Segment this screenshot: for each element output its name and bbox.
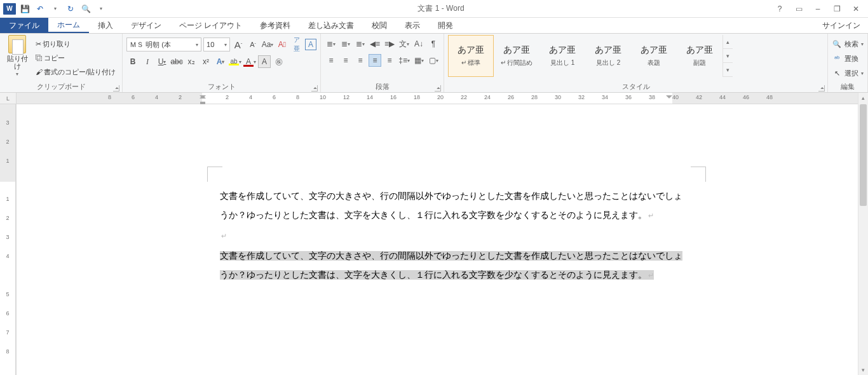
scroll-up-button[interactable]: ▴ <box>858 93 868 103</box>
hruler-tick: 8 <box>296 94 299 100</box>
style-heading1[interactable]: あア亜見出し 1 <box>539 35 585 77</box>
style-no-spacing[interactable]: あア亜↵ 行間詰め <box>494 35 539 77</box>
vertical-scrollbar[interactable]: ▴ ▾ <box>858 93 868 375</box>
copy-button[interactable]: ⿻コピー <box>33 51 118 64</box>
phonetic-guide-button[interactable]: ア亜 <box>290 38 303 51</box>
character-border-button[interactable]: A <box>305 39 316 50</box>
paste-button[interactable]: 貼り付け ▾ <box>4 35 31 77</box>
style-title[interactable]: あア亜表題 <box>631 35 677 77</box>
subscript-button[interactable]: x₂ <box>185 55 198 68</box>
scroll-down-button[interactable]: ▾ <box>858 365 868 375</box>
restore-button[interactable]: ❐ <box>831 4 843 13</box>
vruler-tick: 7 <box>0 329 15 336</box>
italic-button[interactable]: I <box>141 55 154 68</box>
paragraph-launcher[interactable] <box>435 85 441 92</box>
increase-indent-button[interactable]: ≡▶ <box>383 38 396 50</box>
ribbon-tabs: ファイル ホーム 挿入 デザイン ページ レイアウト 参考資料 差し込み文書 校… <box>0 18 868 34</box>
qat-customize-dropdown[interactable]: ▾ <box>94 2 108 16</box>
replace-button[interactable]: ᵃᵇ置換 <box>832 52 864 65</box>
font-color-button[interactable]: A▾ <box>243 55 256 68</box>
page-surface[interactable]: 文書を作成していて、文字の大きさや、行の間隔以外でゆったりとした文書を作成したい… <box>17 104 858 375</box>
find-button[interactable]: 🔍検索▾ <box>832 38 864 50</box>
highlight-button[interactable]: ab▾ <box>229 55 241 68</box>
tab-insert[interactable]: 挿入 <box>89 18 122 33</box>
styles-launcher[interactable] <box>818 85 825 92</box>
clipboard-launcher[interactable] <box>113 85 119 92</box>
tab-selector[interactable]: L <box>0 93 16 104</box>
style-normal[interactable]: あア亜↵ 標準 <box>448 35 494 77</box>
paragraph-1[interactable]: 文書を作成していて、文字の大きさや、行の間隔以外でゆったりとした文書を作成したい… <box>220 187 690 225</box>
scroll-thumb[interactable] <box>860 104 867 206</box>
style-heading2[interactable]: あア亜見出し 2 <box>585 35 631 77</box>
minimize-button[interactable]: – <box>812 4 824 13</box>
align-right-button[interactable]: ≡ <box>354 54 367 67</box>
bold-button[interactable]: B <box>126 55 139 68</box>
borders-button[interactable]: ▢▾ <box>427 54 440 67</box>
undo-button[interactable]: ↶ <box>33 2 47 16</box>
align-left-button[interactable]: ≡ <box>325 54 337 67</box>
right-indent-marker[interactable] <box>666 93 672 103</box>
hruler-tick: 8 <box>108 94 111 100</box>
save-button[interactable]: 💾 <box>18 2 32 16</box>
tab-home[interactable]: ホーム <box>48 18 89 33</box>
character-shading-button[interactable]: A <box>258 55 271 68</box>
font-launcher[interactable] <box>311 85 318 92</box>
distributed-button[interactable]: ≡ <box>383 54 396 67</box>
font-size-combo[interactable]: 10▾ <box>203 38 230 51</box>
vertical-ruler[interactable]: 32112345678 <box>0 104 16 375</box>
hruler-tick: 4 <box>155 94 158 100</box>
document-area: 8642246810121416182022242628303234363840… <box>17 93 858 375</box>
group-paragraph: ≣▾ ≣▾ ≣▾ ◀≡ ≡▶ 文▾ A↓ ¶ ≡ ≡ ≡ ≡ ≡ ‡≡▾ ▦▾ <box>321 34 444 92</box>
grow-font-button[interactable]: Aˆ <box>232 38 245 51</box>
ribbon-options-button[interactable]: ▭ <box>793 4 804 13</box>
enclose-characters-button[interactable]: ㊑ <box>273 55 285 68</box>
strikethrough-button[interactable]: abc <box>170 55 183 68</box>
group-clipboard: 貼り付け ▾ ✂切り取り ⿻コピー 🖌書式のコピー/貼り付け クリップボード <box>0 34 123 92</box>
select-button[interactable]: ↖選択▾ <box>832 67 864 79</box>
tab-page-layout[interactable]: ページ レイアウト <box>170 18 251 33</box>
horizontal-ruler[interactable]: 8642246810121416182022242628303234363840… <box>17 93 858 104</box>
tab-file[interactable]: ファイル <box>0 18 48 33</box>
close-button[interactable]: ✕ <box>850 4 862 13</box>
undo-dropdown[interactable]: ▾ <box>48 2 62 16</box>
underline-button[interactable]: U▾ <box>156 55 168 68</box>
decrease-indent-button[interactable]: ◀≡ <box>369 38 381 50</box>
shading-button[interactable]: ▦▾ <box>412 54 425 67</box>
tab-view[interactable]: 表示 <box>396 18 429 33</box>
style-subtitle[interactable]: あア亜副題 <box>677 35 722 77</box>
align-center-button[interactable]: ≡ <box>339 54 352 67</box>
change-case-button[interactable]: Aa▾ <box>261 38 274 51</box>
tab-review[interactable]: 校閲 <box>363 18 396 33</box>
bullets-button[interactable]: ≣▾ <box>325 38 337 50</box>
style-gallery-scroll[interactable]: ▴▾▾ <box>722 35 733 77</box>
sign-in-link[interactable]: サインイン <box>815 18 868 33</box>
sort-button[interactable]: A↓ <box>412 38 425 50</box>
text-direction-button[interactable]: 文▾ <box>398 38 410 50</box>
document-body[interactable]: 文書を作成していて、文字の大きさや、行の間隔以外でゆったりとした文書を作成したい… <box>220 187 690 286</box>
left-indent-marker[interactable] <box>200 93 206 103</box>
help-button[interactable]: ? <box>774 4 785 13</box>
font-name-combo[interactable]: ＭＳ 明朝 (本▾ <box>126 38 201 51</box>
redo-button[interactable]: ↻ <box>64 2 78 16</box>
line-spacing-button[interactable]: ‡≡▾ <box>398 54 410 67</box>
format-painter-button[interactable]: 🖌書式のコピー/貼り付け <box>33 65 118 78</box>
text-effects-button[interactable]: A▾ <box>214 55 227 68</box>
cut-button[interactable]: ✂切り取り <box>33 38 118 50</box>
tab-design[interactable]: デザイン <box>122 18 170 33</box>
justify-button[interactable]: ≡ <box>369 54 381 67</box>
tab-references[interactable]: 参考資料 <box>251 18 299 33</box>
paragraph-2-selected[interactable]: 文書を作成していて、文字の大きさや、行の間隔以外でゆったりとした文書を作成したい… <box>220 247 690 285</box>
tab-developer[interactable]: 開発 <box>429 18 462 33</box>
vruler-tick: 3 <box>0 119 15 126</box>
window-title: 文書 1 - Word <box>108 3 774 14</box>
tab-mailings[interactable]: 差し込み文書 <box>299 18 363 33</box>
show-marks-button[interactable]: ¶ <box>427 38 440 50</box>
numbering-button[interactable]: ≣▾ <box>339 38 352 50</box>
shrink-font-button[interactable]: Aˇ <box>247 38 259 51</box>
hruler-tick: 26 <box>508 94 514 100</box>
print-preview-button[interactable]: 🔍 <box>79 2 93 16</box>
superscript-button[interactable]: x² <box>200 55 212 68</box>
clear-formatting-button[interactable]: A⃠ <box>276 38 288 51</box>
paragraph-blank[interactable] <box>220 226 690 245</box>
multilevel-list-button[interactable]: ≣▾ <box>354 38 367 50</box>
